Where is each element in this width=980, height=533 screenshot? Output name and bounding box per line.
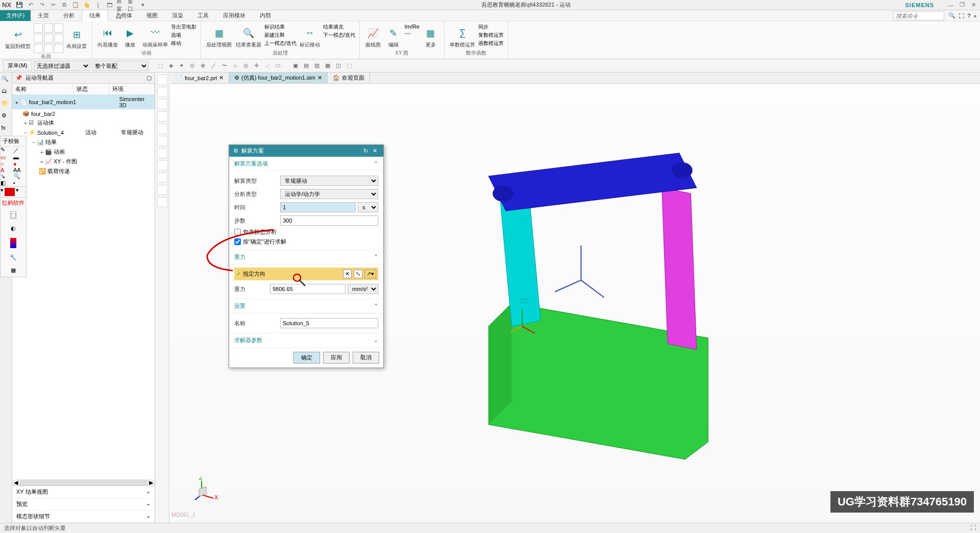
play-button[interactable]: ▶播放 [121, 23, 139, 50]
name-input[interactable] [280, 318, 378, 328]
sel-icon-6[interactable]: ／ [209, 61, 218, 70]
crail-icon-11[interactable] [157, 197, 167, 207]
edit-button[interactable]: ✎编辑 [384, 23, 403, 50]
tab-part[interactable]: 📄four_bar2.prt✕ [170, 73, 229, 83]
cancel-button[interactable]: 取消 [353, 352, 379, 364]
pal-bigtext-icon[interactable]: AA [13, 167, 26, 173]
col-name[interactable]: 名称 [12, 84, 74, 94]
time-unit-select[interactable]: s [358, 202, 378, 212]
layout-settings-button[interactable]: ⊞布局设置 [65, 23, 88, 53]
next-mode-button[interactable]: 下一模态/迭代 [323, 32, 355, 39]
paste-icon[interactable]: 📋 [71, 1, 80, 9]
touch-icon[interactable]: 👆 [83, 1, 91, 9]
window-dropdown[interactable]: 窗口 [128, 1, 136, 9]
sel-icon-7[interactable]: 〜 [220, 61, 229, 70]
crail-icon-2[interactable] [157, 87, 167, 97]
tab-geometry[interactable]: 几何体 [108, 10, 139, 21]
layout-grid-buttons[interactable] [34, 23, 63, 53]
pal-line-icon[interactable]: ／ [13, 147, 26, 154]
gravity-input[interactable] [270, 284, 346, 294]
pal-circle-icon[interactable]: ○ [1, 161, 13, 167]
pal-eraser-icon[interactable]: ◧ [1, 180, 13, 186]
gravity-unit-select[interactable]: mm/s² [348, 284, 378, 294]
file-menu[interactable]: 文件(F) [0, 10, 31, 21]
tree-item[interactable]: 📦four_bar2 [12, 109, 155, 118]
result-fill-button[interactable]: 结果填充 [323, 23, 355, 31]
sel-icon-12[interactable]: ⬭ [274, 61, 283, 70]
crail-icon-8[interactable] [157, 160, 167, 171]
tree-item[interactable]: −📊结果 [12, 137, 155, 147]
mark-move-button[interactable]: ↔标记移动 [299, 23, 321, 50]
sel-icon-9[interactable]: ◎ [241, 61, 251, 70]
hscroll-left[interactable]: ◀ [12, 479, 19, 486]
pin-icon[interactable]: 📌 [15, 75, 22, 81]
more-button[interactable]: ▦更多 [422, 23, 440, 50]
solve-on-ok-checkbox[interactable] [234, 238, 241, 245]
view-triad[interactable]: Z X [194, 477, 219, 502]
copy-icon[interactable]: ⧉ [60, 1, 68, 9]
vector-x-icon[interactable]: ✕ [343, 270, 352, 278]
function-math-button[interactable]: 函数模运算 [478, 40, 504, 47]
ok-button[interactable]: 确定 [293, 352, 320, 364]
complex-math-button[interactable]: 复数模运算 [478, 32, 504, 39]
tab-home[interactable]: 主页 [31, 10, 56, 21]
switch-window-label[interactable]: 切换窗口 [116, 1, 125, 9]
move-button[interactable]: 移动 [171, 40, 197, 47]
steps-input[interactable] [280, 215, 378, 226]
dialog-close-icon[interactable]: ✕ [370, 148, 379, 154]
pal-text-icon[interactable]: A [1, 167, 13, 173]
hscroll-track[interactable] [19, 479, 148, 486]
single-math-button[interactable]: ∑单数模运算 [449, 23, 476, 50]
crail-icon-5[interactable] [157, 124, 167, 134]
crail-icon-3[interactable] [157, 99, 167, 109]
tree-root[interactable]: ▸📄 four_bar2_motion1 Simcenter 3D [12, 95, 155, 109]
sel-icon-5[interactable]: ⊕ [199, 61, 208, 70]
search-input[interactable] [893, 11, 944, 20]
undo-icon[interactable]: ↶ [27, 1, 35, 9]
rail-icon-1[interactable]: 🔍 [2, 76, 11, 85]
tab-close-icon[interactable]: ✕ [317, 75, 322, 81]
side-icon-4[interactable]: 🔧 [10, 254, 17, 261]
panel-preview[interactable]: 预览⌄ [12, 498, 155, 511]
identify-result-button[interactable]: 标识结果 [264, 23, 297, 31]
return-to-model-button[interactable]: ↩返回到模型 [4, 23, 32, 53]
tab-render[interactable]: 渲染 [165, 10, 190, 21]
switch-window-icon[interactable]: 🗔 [105, 1, 113, 9]
tree-item[interactable]: +📈XY - 作图 [12, 157, 155, 166]
crail-icon-7[interactable] [157, 148, 167, 158]
pal-circlefill-icon[interactable]: ● [13, 161, 26, 167]
tab-tools[interactable]: 工具 [190, 10, 216, 21]
filter-select[interactable]: 无选择过滤器 [34, 61, 90, 71]
dialog-reset-icon[interactable]: ↻ [361, 148, 370, 154]
play-back-button[interactable]: ⏮向后播放 [96, 23, 119, 50]
nav-tree[interactable]: ▸📄 four_bar2_motion1 Simcenter 3D 📦four_… [12, 95, 155, 479]
crail-icon-10[interactable] [157, 185, 167, 195]
hscroll-right[interactable]: ▶ [148, 479, 155, 486]
tab-results[interactable]: 结果 [82, 10, 108, 21]
postprocess-view-button[interactable]: ▦后处理视图 [205, 23, 233, 50]
pal-fill-icon[interactable]: ▬ [13, 154, 26, 161]
solve-type-select[interactable]: 常规驱动 [280, 176, 378, 186]
nav-collapse-icon[interactable]: ▢ [146, 75, 152, 81]
fullscreen-toggle-icon[interactable]: ⛶ [970, 524, 976, 532]
help-icon[interactable]: ? [967, 13, 970, 19]
panel-mode-shape[interactable]: 模态形状细节⌄ [12, 511, 155, 523]
sel-icon-2[interactable]: ◈ [166, 61, 176, 70]
tab-internal[interactable]: 内部 [253, 10, 278, 21]
time-input[interactable] [280, 202, 356, 212]
chevron-down-icon[interactable]: ▾ [139, 1, 147, 9]
tree-item[interactable]: 🔁载荷传递 [12, 166, 155, 176]
tab-view[interactable]: 视图 [139, 10, 165, 21]
crail-icon-1[interactable] [157, 75, 167, 85]
result-viewer-button[interactable]: 🔍结果查看器 [235, 23, 262, 50]
view-icon-4[interactable]: ▦ [323, 61, 332, 70]
close-button[interactable]: ✕ [969, 2, 978, 8]
sel-icon-1[interactable]: ⬚ [156, 61, 165, 70]
col-status[interactable]: 状态 [74, 84, 109, 94]
view-icon-2[interactable]: ▤ [302, 61, 311, 70]
panel-xy-results[interactable]: XY 结果视图⌄ [12, 486, 155, 498]
restore-button[interactable]: ❐ [958, 2, 967, 8]
view-icon-5[interactable]: ◫ [334, 61, 343, 70]
tree-item[interactable]: +☑运动体 [12, 118, 155, 128]
tab-analysis[interactable]: 分析 [56, 10, 82, 21]
